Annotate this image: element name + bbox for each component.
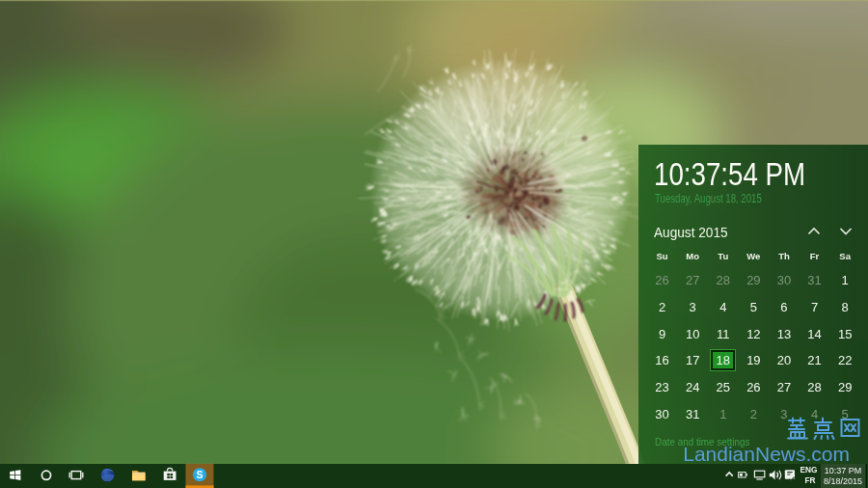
svg-text:8/18/2015: 8/18/2015 — [824, 476, 862, 486]
svg-text:S: S — [196, 469, 203, 480]
svg-text:10:37 PM: 10:37 PM — [825, 466, 862, 475]
svg-text:FR: FR — [804, 475, 815, 485]
svg-text:ENG: ENG — [800, 465, 818, 474]
